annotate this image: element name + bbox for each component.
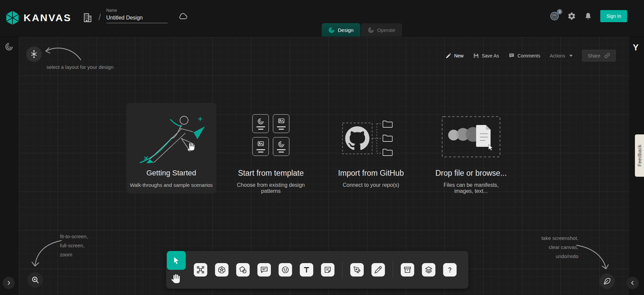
card-subtitle: Connect to your repo(s) <box>343 182 399 188</box>
pointer-tool-group <box>166 251 192 289</box>
bottom-left-hints: fit-to-screen, full-screen, zoom <box>60 232 88 259</box>
hint-undo-redo: undo/redo <box>541 252 578 261</box>
template-thumbnails <box>252 114 289 156</box>
tab-design[interactable]: Design <box>322 23 360 37</box>
bottom-left-hint-arrow <box>31 238 63 269</box>
pencil-tool-button[interactable] <box>371 263 385 277</box>
chevron-left-icon <box>630 280 636 286</box>
smiley-icon <box>281 266 289 274</box>
shapes-icon <box>239 266 247 274</box>
hint-clear-canvas: clear canvas, <box>541 243 578 252</box>
sticker-tool-button[interactable] <box>279 263 292 277</box>
import-from-github-card[interactable]: Import from GitHub Connect to your repo(… <box>330 117 412 188</box>
share-label: Share <box>588 53 600 58</box>
actions-dropdown[interactable]: Actions <box>550 53 573 58</box>
note-icon <box>324 266 332 274</box>
comment-tool-button[interactable] <box>257 263 271 277</box>
design-canvas[interactable]: select a layout for your design New Save… <box>0 37 644 295</box>
sign-in-button[interactable]: Sign In <box>600 10 627 22</box>
comments-label: Comments <box>517 53 540 58</box>
design-name-field: Name <box>106 8 168 23</box>
pencil-icon <box>374 266 382 274</box>
dock-divider <box>393 261 393 278</box>
shapes-tool-button[interactable] <box>236 263 250 277</box>
getting-started-card[interactable]: Getting Started Walk-throughs and sample… <box>126 103 216 194</box>
pan-hand-tool[interactable] <box>171 273 181 284</box>
kubernetes-icon <box>218 266 226 274</box>
drawer-tool-button[interactable] <box>401 263 414 277</box>
chevron-right-icon <box>6 280 12 286</box>
drawer-icon <box>403 266 412 274</box>
save-as-button[interactable]: Save As <box>473 53 499 59</box>
text-tool-button[interactable] <box>300 263 313 277</box>
kanvas-logo-icon <box>5 10 20 26</box>
help-tool-button[interactable] <box>443 263 457 277</box>
magnifier-icon <box>31 276 40 284</box>
meshery-spiral-icon[interactable] <box>5 42 13 51</box>
organization-icon[interactable] <box>81 11 93 24</box>
meshery-spiral-icon <box>328 27 335 33</box>
credits-count-badge: 0 <box>557 9 562 14</box>
card-subtitle: Files can be manifests, images, text... <box>434 182 508 194</box>
layers-icon <box>425 266 433 274</box>
note-tool-button[interactable] <box>321 263 334 277</box>
card-title: Start from template <box>238 169 304 178</box>
card-title: Getting Started <box>146 169 196 177</box>
feedback-tab[interactable]: Feedback <box>635 134 644 177</box>
design-name-label: Name <box>106 8 168 13</box>
snowflake-icon <box>30 50 38 58</box>
bottom-right-hints: take screenshot, clear canvas, undo/redo <box>541 234 578 261</box>
design-name-input[interactable] <box>106 14 168 23</box>
hand-icon <box>171 273 181 284</box>
card-subtitle: Walk-throughs and sample scenarios <box>130 182 213 188</box>
comment-icon <box>260 266 268 274</box>
cursor-pointer-hand <box>186 141 196 153</box>
pen-tool-button[interactable] <box>350 263 364 277</box>
comments-button[interactable]: Comments <box>508 53 540 59</box>
link-icon <box>604 53 610 58</box>
bell-icon[interactable] <box>584 12 592 20</box>
card-title: Drop file or browse... <box>435 169 507 178</box>
layers-tool-button[interactable] <box>422 263 435 277</box>
feedback-label: Feedback <box>637 144 642 166</box>
flowchart-icon <box>196 266 205 274</box>
share-button[interactable]: Share <box>582 50 616 61</box>
zoom-search-button[interactable] <box>28 272 43 288</box>
tab-operate-label: Operate <box>377 27 395 33</box>
expand-left-panel-button[interactable] <box>3 277 15 289</box>
new-label: New <box>454 53 464 58</box>
start-from-template-card[interactable]: Start from template Choose from existing… <box>236 114 306 194</box>
flowchart-tool-button[interactable] <box>194 263 207 277</box>
cursor-arrow-icon <box>172 256 181 265</box>
snowflake-layout-button[interactable] <box>26 46 42 62</box>
tab-operate[interactable]: Operate <box>361 23 402 37</box>
actions-label: Actions <box>550 53 565 58</box>
app-header: KANVAS / Name <box>0 0 644 37</box>
comment-icon <box>508 53 515 59</box>
pencil-icon <box>445 53 452 59</box>
card-subtitle: Choose from existing design patterns <box>236 182 306 194</box>
canvas-toolbar: New Save As Comments Actions Share <box>445 50 616 61</box>
bottom-right-hint-arrow <box>575 243 609 272</box>
kanvas-logo[interactable]: KANVAS <box>5 10 71 26</box>
select-arrow-tool[interactable] <box>167 251 186 270</box>
layout-hint-arrow <box>43 44 83 62</box>
pen-icon <box>353 266 361 274</box>
tool-dock <box>166 251 468 289</box>
tab-design-label: Design <box>338 27 354 33</box>
kubernetes-tool-button[interactable] <box>215 263 228 277</box>
drop-file-card[interactable]: Drop file or browse... Files can be mani… <box>434 116 508 194</box>
operate-gear-icon <box>368 27 374 33</box>
quill-pen-button[interactable] <box>599 273 615 289</box>
card-title: Import from GitHub <box>338 169 404 178</box>
breadcrumb-separator: / <box>98 12 101 23</box>
dock-divider <box>342 261 343 278</box>
hint-fit-to-screen: fit-to-screen, <box>60 232 88 241</box>
gear-icon[interactable] <box>567 12 576 20</box>
y-partner-logo[interactable]: Y <box>633 42 639 53</box>
collapse-right-panel-button[interactable] <box>627 277 639 289</box>
caret-down-icon <box>569 55 573 57</box>
cloud-sync-icon[interactable] <box>178 12 188 20</box>
coin-credits-icon[interactable]: 0 <box>550 11 559 21</box>
new-button[interactable]: New <box>445 53 464 59</box>
